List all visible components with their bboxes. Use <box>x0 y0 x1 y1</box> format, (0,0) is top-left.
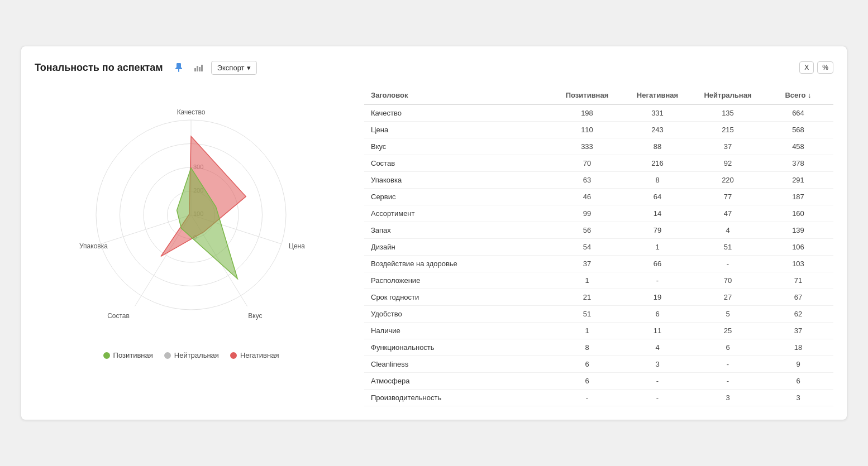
export-label: Экспорт <box>217 64 245 72</box>
row-negative: 216 <box>622 155 693 172</box>
row-label: Упаковка <box>364 172 552 189</box>
row-positive: 1 <box>552 323 622 339</box>
row-negative: 88 <box>622 138 693 155</box>
row-total: 187 <box>763 189 833 205</box>
table-row: Срок годности21192767 <box>364 289 833 306</box>
export-chevron: ▾ <box>247 64 251 72</box>
pin-icon[interactable] <box>171 60 187 75</box>
row-label: Качество <box>364 104 552 122</box>
positive-dot <box>103 352 110 359</box>
neutral-dot <box>164 352 171 359</box>
row-label: Производительность <box>364 390 552 406</box>
row-neutral: - <box>693 356 763 373</box>
svg-text:Упаковка: Упаковка <box>79 242 108 250</box>
row-positive: 70 <box>552 155 622 172</box>
row-total: 9 <box>763 356 833 373</box>
row-positive: 8 <box>552 339 622 356</box>
row-total: 664 <box>763 104 833 122</box>
row-total: 3 <box>763 390 833 406</box>
table-body: Качество198331135664Цена110243215568Вкус… <box>364 104 833 406</box>
row-positive: 37 <box>552 256 622 272</box>
row-positive: 51 <box>552 306 622 323</box>
col-header-label: Заголовок <box>364 87 552 104</box>
row-total: 103 <box>763 256 833 272</box>
positive-label: Позитивная <box>113 351 153 359</box>
table-row: Атмосфера6--6 <box>364 373 833 390</box>
header-right: X % <box>799 61 833 74</box>
svg-rect-1 <box>197 66 198 71</box>
row-total: 71 <box>763 272 833 289</box>
svg-text:Цена: Цена <box>289 242 305 250</box>
svg-rect-2 <box>199 67 201 71</box>
row-neutral: - <box>693 256 763 272</box>
row-label: Состав <box>364 155 552 172</box>
row-neutral: 27 <box>693 289 763 306</box>
row-total: 568 <box>763 122 833 138</box>
row-neutral: - <box>693 373 763 390</box>
row-negative: 331 <box>622 104 693 122</box>
row-total: 62 <box>763 306 833 323</box>
row-positive: 1 <box>552 272 622 289</box>
row-neutral: 135 <box>693 104 763 122</box>
row-positive: 6 <box>552 356 622 373</box>
row-label: Срок годности <box>364 289 552 306</box>
row-total: 6 <box>763 373 833 390</box>
percent-button[interactable]: % <box>817 61 833 74</box>
row-label: Атмосфера <box>364 373 552 390</box>
col-header-total[interactable]: Всего ↓ <box>763 87 833 104</box>
row-negative: - <box>622 272 693 289</box>
table-row: Воздействие на здоровье3766-103 <box>364 256 833 272</box>
neutral-label: Нейтральная <box>174 351 219 359</box>
row-negative: - <box>622 390 693 406</box>
row-positive: 54 <box>552 239 622 256</box>
row-total: 378 <box>763 155 833 172</box>
row-negative: - <box>622 373 693 390</box>
legend-neutral: Нейтральная <box>164 351 219 359</box>
row-negative: 66 <box>622 256 693 272</box>
row-total: 160 <box>763 205 833 222</box>
col-header-neutral[interactable]: Нейтральная <box>693 87 763 104</box>
table-row: Ассортимент991447160 <box>364 205 833 222</box>
row-neutral: 3 <box>693 390 763 406</box>
row-total: 37 <box>763 323 833 339</box>
row-label: Расположение <box>364 272 552 289</box>
x-button[interactable]: X <box>799 61 814 74</box>
row-negative: 11 <box>622 323 693 339</box>
negative-dot <box>230 352 237 359</box>
page-title: Тональность по аспектам <box>35 62 163 74</box>
row-neutral: 47 <box>693 205 763 222</box>
row-total: 67 <box>763 289 833 306</box>
row-label: Воздействие на здоровье <box>364 256 552 272</box>
table-row: Сервис466477187 <box>364 189 833 205</box>
row-negative: 19 <box>622 289 693 306</box>
table-row: Функциональность84618 <box>364 339 833 356</box>
header-left: Тональность по аспектам Экспорт ▾ <box>35 60 257 75</box>
row-neutral: 37 <box>693 138 763 155</box>
row-label: Удобство <box>364 306 552 323</box>
row-label: Наличие <box>364 323 552 339</box>
row-total: 458 <box>763 138 833 155</box>
row-label: Дизайн <box>364 239 552 256</box>
legend-negative: Негативная <box>230 351 279 359</box>
row-neutral: 25 <box>693 323 763 339</box>
content: 300 200 100 0 Качество Цена Вкус Состав … <box>35 87 833 406</box>
table-row: Производительность--33 <box>364 390 833 406</box>
row-negative: 64 <box>622 189 693 205</box>
svg-text:Состав: Состав <box>107 312 130 320</box>
row-label: Сервис <box>364 189 552 205</box>
col-header-negative[interactable]: Негативная <box>622 87 693 104</box>
row-positive: 99 <box>552 205 622 222</box>
chart-icon[interactable] <box>191 60 207 75</box>
row-positive: 46 <box>552 189 622 205</box>
row-total: 106 <box>763 239 833 256</box>
row-positive: 56 <box>552 222 622 239</box>
row-label: Cleanliness <box>364 356 552 373</box>
row-positive: 21 <box>552 289 622 306</box>
svg-text:Вкус: Вкус <box>248 312 262 320</box>
table-row: Дизайн54151106 <box>364 239 833 256</box>
col-header-positive[interactable]: Позитивная <box>552 87 622 104</box>
header-row: Заголовок Позитивная Негативная Нейтраль… <box>364 87 833 104</box>
export-button[interactable]: Экспорт ▾ <box>211 61 257 75</box>
header: Тональность по аспектам Экспорт ▾ X % <box>35 60 833 75</box>
legend-positive: Позитивная <box>103 351 153 359</box>
